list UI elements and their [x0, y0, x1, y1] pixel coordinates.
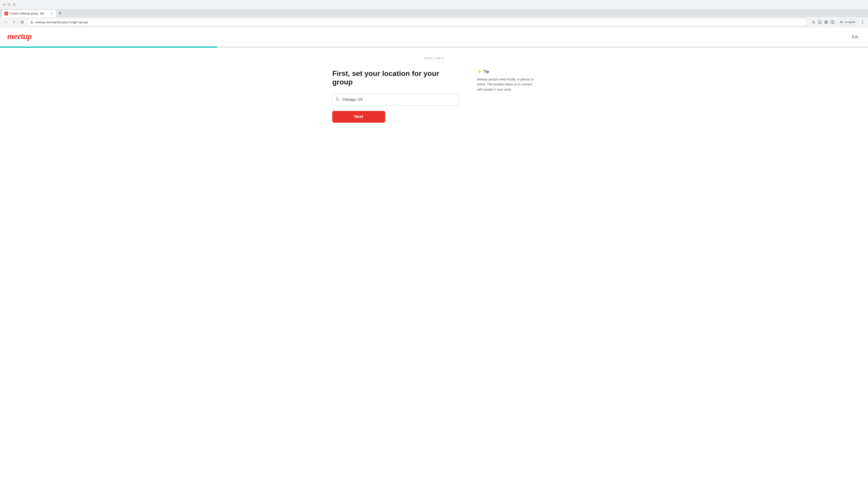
- incognito-label: Incognito: [844, 21, 856, 24]
- bookmark-icon[interactable]: [817, 20, 823, 25]
- maximize-button[interactable]: [8, 3, 11, 6]
- meetup-header: meetup Exit: [0, 27, 868, 46]
- svg-rect-1: [8, 3, 10, 6]
- location-input-wrapper: [332, 94, 459, 105]
- svg-rect-11: [825, 22, 826, 24]
- svg-text:meetup: meetup: [7, 31, 32, 41]
- tip-header: ⚡ Tip: [477, 69, 536, 74]
- extensions-icon[interactable]: [824, 20, 829, 25]
- next-button[interactable]: Next: [332, 111, 385, 123]
- incognito-badge[interactable]: Incognito: [837, 19, 858, 25]
- meetup-logo[interactable]: meetup: [7, 31, 39, 43]
- svg-rect-12: [827, 22, 828, 24]
- address-bar-icons: [811, 20, 835, 25]
- page-wrapper: meetup Exit STEP 1 OF 4 First, set your …: [0, 27, 868, 488]
- search-icon-input: [336, 97, 340, 102]
- svg-point-7: [812, 21, 814, 23]
- svg-line-21: [338, 100, 339, 101]
- browser-titlebar: [0, 0, 868, 9]
- svg-point-16: [862, 21, 863, 22]
- svg-point-18: [862, 23, 863, 24]
- address-bar-row: meetup.com/start/location?origin=groups …: [0, 17, 868, 27]
- incognito-icon: [839, 20, 843, 24]
- location-input[interactable]: [332, 94, 459, 105]
- step-indicator: STEP 1 OF 4: [424, 57, 444, 60]
- forward-button[interactable]: [11, 19, 17, 25]
- secure-icon: [30, 21, 33, 24]
- tip-section: ⚡ Tip Meetup groups meet locally, in per…: [477, 69, 536, 92]
- back-button[interactable]: [3, 19, 9, 25]
- main-content: STEP 1 OF 4 First, set your location for…: [0, 48, 868, 132]
- form-title: First, set your location for your group: [332, 69, 459, 87]
- window-controls: [3, 3, 16, 6]
- active-tab[interactable]: m Create a Meetup group - Meet... ✕: [2, 10, 56, 17]
- exit-button[interactable]: Exit: [849, 33, 861, 41]
- browser-chrome: m Create a Meetup group - Meet... ✕ meet…: [0, 0, 868, 27]
- close-window-button[interactable]: [13, 3, 16, 6]
- tip-body: Meetup groups meet locally, in person or…: [477, 77, 536, 92]
- menu-icon[interactable]: [860, 20, 865, 25]
- search-icon[interactable]: [811, 20, 816, 25]
- minimize-button[interactable]: [3, 3, 6, 6]
- svg-rect-9: [825, 21, 826, 22]
- address-bar[interactable]: meetup.com/start/location?origin=groups: [27, 19, 807, 26]
- tab-favicon: m: [4, 12, 8, 15]
- tip-lightning-icon: ⚡: [477, 69, 482, 74]
- svg-rect-10: [827, 21, 828, 22]
- tab-bar: m Create a Meetup group - Meet... ✕: [0, 9, 868, 17]
- url-text: meetup.com/start/location?origin=groups: [35, 21, 88, 24]
- svg-line-8: [814, 23, 815, 24]
- svg-point-20: [336, 98, 339, 100]
- svg-rect-6: [31, 22, 33, 24]
- svg-point-17: [862, 22, 863, 23]
- split-view-icon[interactable]: [830, 20, 835, 25]
- new-tab-button[interactable]: [57, 10, 63, 16]
- content-area: First, set your location for your group …: [332, 69, 536, 123]
- svg-rect-0: [3, 4, 5, 5]
- form-section: First, set your location for your group …: [332, 69, 459, 123]
- tab-title: Create a Meetup group - Meet...: [10, 12, 48, 15]
- reload-button[interactable]: [19, 19, 25, 25]
- meetup-logo-svg: meetup: [7, 31, 39, 41]
- tab-close-button[interactable]: ✕: [50, 12, 53, 15]
- tip-title: Tip: [484, 70, 489, 74]
